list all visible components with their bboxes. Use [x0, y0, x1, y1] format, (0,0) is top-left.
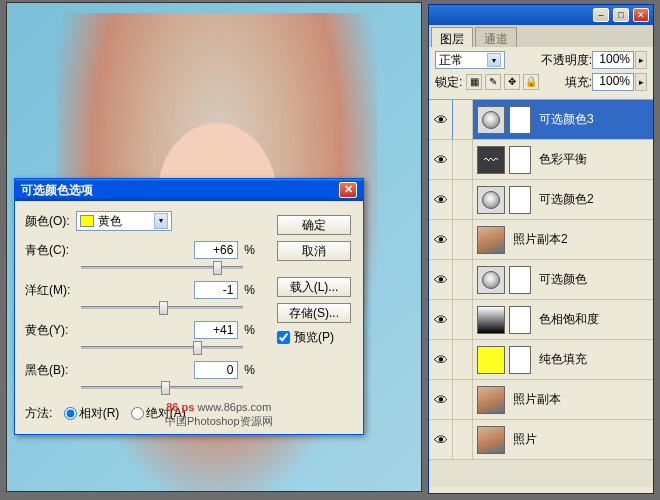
link-cell[interactable] — [453, 140, 473, 179]
layer-name[interactable]: 照片 — [513, 431, 537, 448]
blend-mode-select[interactable]: 正常 ▾ — [435, 51, 505, 69]
layer-row[interactable]: 👁可选颜色2 — [429, 180, 653, 220]
layer-thumb-icon[interactable] — [477, 266, 505, 294]
dialog-titlebar[interactable]: 可选颜色选项 ✕ — [15, 179, 363, 201]
layer-name[interactable]: 色彩平衡 — [539, 151, 587, 168]
layer-thumb-icon[interactable] — [477, 226, 505, 254]
layer-row[interactable]: 👁照片副本 — [429, 380, 653, 420]
link-cell[interactable] — [453, 260, 473, 299]
visibility-eye-icon[interactable]: 👁 — [429, 300, 453, 339]
chevron-down-icon[interactable]: ▾ — [487, 53, 501, 67]
lock-transparency-icon[interactable]: ▦ — [466, 74, 482, 90]
mask-thumb-icon[interactable] — [509, 106, 531, 134]
link-cell[interactable] — [453, 420, 473, 459]
visibility-eye-icon[interactable]: 👁 — [429, 420, 453, 459]
panel-titlebar[interactable]: – □ ✕ — [429, 5, 653, 25]
cyan-input[interactable] — [194, 241, 238, 259]
mask-thumb-icon[interactable] — [509, 266, 531, 294]
layer-thumbs: 可选颜色2 — [473, 186, 598, 214]
visibility-eye-icon[interactable]: 👁 — [429, 220, 453, 259]
black-slider[interactable] — [81, 381, 243, 395]
black-pct: % — [244, 363, 255, 377]
layer-thumb-icon[interactable] — [477, 426, 505, 454]
fill-flyout-icon[interactable]: ▸ — [635, 73, 647, 91]
method-absolute-radio[interactable] — [131, 407, 144, 420]
color-dropdown[interactable]: 黄色 ▾ — [76, 211, 172, 231]
link-cell[interactable] — [453, 180, 473, 219]
slider-thumb-icon[interactable] — [161, 381, 170, 395]
layer-thumbs: 可选颜色 — [473, 266, 591, 294]
layer-row[interactable]: 👁色相饱和度 — [429, 300, 653, 340]
chevron-down-icon[interactable]: ▾ — [154, 213, 168, 229]
layer-row[interactable]: 👁〰色彩平衡 — [429, 140, 653, 180]
magenta-input[interactable] — [194, 281, 238, 299]
lock-position-icon[interactable]: ✥ — [504, 74, 520, 90]
visibility-eye-icon[interactable]: 👁 — [429, 140, 453, 179]
load-button[interactable]: 载入(L)... — [277, 277, 351, 297]
layer-row[interactable]: 👁可选颜色3 — [429, 100, 653, 140]
layer-row[interactable]: 👁纯色填充 — [429, 340, 653, 380]
mask-thumb-icon[interactable] — [509, 346, 531, 374]
preview-checkbox[interactable] — [277, 331, 290, 344]
method-relative-radio[interactable] — [64, 407, 77, 420]
opacity-flyout-icon[interactable]: ▸ — [635, 51, 647, 69]
slider-thumb-icon[interactable] — [159, 301, 168, 315]
ok-button[interactable]: 确定 — [277, 215, 351, 235]
visibility-eye-icon[interactable]: 👁 — [429, 340, 453, 379]
link-cell[interactable] — [453, 340, 473, 379]
layer-name[interactable]: 可选颜色3 — [539, 111, 594, 128]
link-cell[interactable] — [453, 100, 473, 139]
preview-label: 预览(P) — [294, 329, 334, 346]
layer-thumb-icon[interactable] — [477, 346, 505, 374]
layer-thumb-icon[interactable]: 〰 — [477, 146, 505, 174]
visibility-eye-icon[interactable]: 👁 — [429, 260, 453, 299]
watermark-brand: 86 ps — [166, 401, 194, 413]
preview-check-row[interactable]: 预览(P) — [277, 329, 351, 346]
layer-name[interactable]: 纯色填充 — [539, 351, 587, 368]
mask-thumb-icon[interactable] — [509, 186, 531, 214]
maximize-icon[interactable]: □ — [613, 8, 629, 22]
layer-row[interactable]: 👁照片副本2 — [429, 220, 653, 260]
opacity-input[interactable]: 100% — [592, 51, 634, 69]
black-label: 黑色(B): — [25, 362, 81, 379]
layer-thumb-icon[interactable] — [477, 306, 505, 334]
layer-name[interactable]: 照片副本2 — [513, 231, 568, 248]
yellow-pct: % — [244, 323, 255, 337]
black-input[interactable] — [194, 361, 238, 379]
layer-name[interactable]: 可选颜色2 — [539, 191, 594, 208]
layer-row[interactable]: 👁可选颜色 — [429, 260, 653, 300]
blend-mode-value: 正常 — [439, 52, 463, 69]
fill-input[interactable]: 100% — [592, 73, 634, 91]
link-cell[interactable] — [453, 300, 473, 339]
close-icon[interactable]: ✕ — [339, 182, 357, 198]
yellow-input[interactable] — [194, 321, 238, 339]
cancel-button[interactable]: 取消 — [277, 241, 351, 261]
layer-thumb-icon[interactable] — [477, 106, 505, 134]
layer-row[interactable]: 👁照片 — [429, 420, 653, 460]
tab-layers[interactable]: 图层 — [431, 27, 473, 47]
slider-thumb-icon[interactable] — [193, 341, 202, 355]
save-button[interactable]: 存储(S)... — [277, 303, 351, 323]
magenta-slider[interactable] — [81, 301, 243, 315]
layer-name[interactable]: 色相饱和度 — [539, 311, 599, 328]
mask-thumb-icon[interactable] — [509, 306, 531, 334]
tab-channels[interactable]: 通道 — [475, 27, 517, 47]
yellow-slider[interactable] — [81, 341, 243, 355]
link-cell[interactable] — [453, 380, 473, 419]
visibility-eye-icon[interactable]: 👁 — [429, 180, 453, 219]
lock-pixels-icon[interactable]: ✎ — [485, 74, 501, 90]
layer-name[interactable]: 可选颜色 — [539, 271, 587, 288]
layer-thumb-icon[interactable] — [477, 386, 505, 414]
layers-list[interactable]: 👁可选颜色3👁〰色彩平衡👁可选颜色2👁照片副本2👁可选颜色👁色相饱和度👁纯色填充… — [429, 99, 653, 487]
mask-thumb-icon[interactable] — [509, 146, 531, 174]
lock-all-icon[interactable]: 🔒 — [523, 74, 539, 90]
cyan-slider[interactable] — [81, 261, 243, 275]
slider-thumb-icon[interactable] — [213, 261, 222, 275]
minimize-icon[interactable]: – — [593, 8, 609, 22]
layer-thumb-icon[interactable] — [477, 186, 505, 214]
visibility-eye-icon[interactable]: 👁 — [429, 380, 453, 419]
link-cell[interactable] — [453, 220, 473, 259]
close-icon[interactable]: ✕ — [633, 8, 649, 22]
visibility-eye-icon[interactable]: 👁 — [429, 100, 453, 139]
layer-name[interactable]: 照片副本 — [513, 391, 561, 408]
